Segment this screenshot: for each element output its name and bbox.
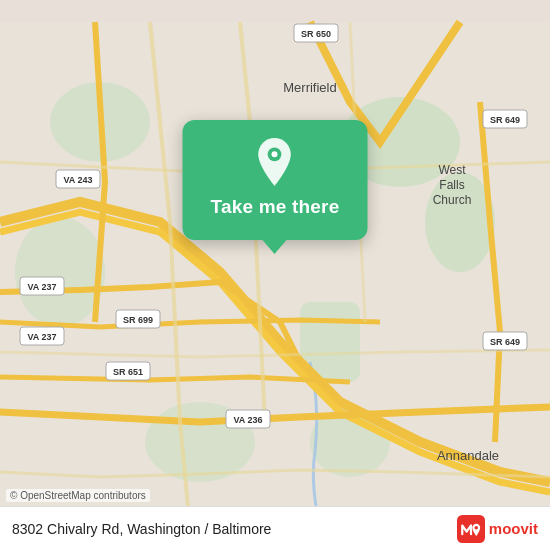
svg-text:Annandale: Annandale — [437, 448, 499, 463]
moovit-logo: moovit — [457, 515, 538, 543]
svg-text:SR 649: SR 649 — [490, 115, 520, 125]
svg-point-32 — [272, 151, 278, 157]
svg-text:West: West — [438, 163, 466, 177]
svg-text:SR 651: SR 651 — [113, 367, 143, 377]
svg-text:VA 237: VA 237 — [27, 282, 56, 292]
moovit-logo-icon — [457, 515, 485, 543]
take-me-there-label: Take me there — [211, 196, 340, 218]
svg-text:SR 649: SR 649 — [490, 337, 520, 347]
bottom-bar: 8302 Chivalry Rd, Washington / Baltimore… — [0, 506, 550, 550]
svg-point-5 — [15, 217, 105, 327]
svg-text:VA 236: VA 236 — [233, 415, 262, 425]
take-me-there-card[interactable]: Take me there — [183, 120, 368, 240]
svg-text:VA 237: VA 237 — [27, 332, 56, 342]
map-container: SR 650 SR 649 SR 649 VA 243 VA 237 VA 23… — [0, 0, 550, 550]
svg-point-34 — [474, 525, 478, 529]
address-label: 8302 Chivalry Rd, Washington / Baltimore — [12, 521, 271, 537]
copyright-text: © OpenStreetMap contributors — [6, 489, 150, 502]
svg-text:SR 699: SR 699 — [123, 315, 153, 325]
svg-text:SR 650: SR 650 — [301, 29, 331, 39]
svg-text:Merrifield: Merrifield — [283, 80, 336, 95]
svg-text:Falls: Falls — [439, 178, 464, 192]
moovit-text: moovit — [489, 520, 538, 537]
svg-text:Church: Church — [433, 193, 472, 207]
location-pin-icon — [251, 138, 299, 186]
svg-text:VA 243: VA 243 — [63, 175, 92, 185]
